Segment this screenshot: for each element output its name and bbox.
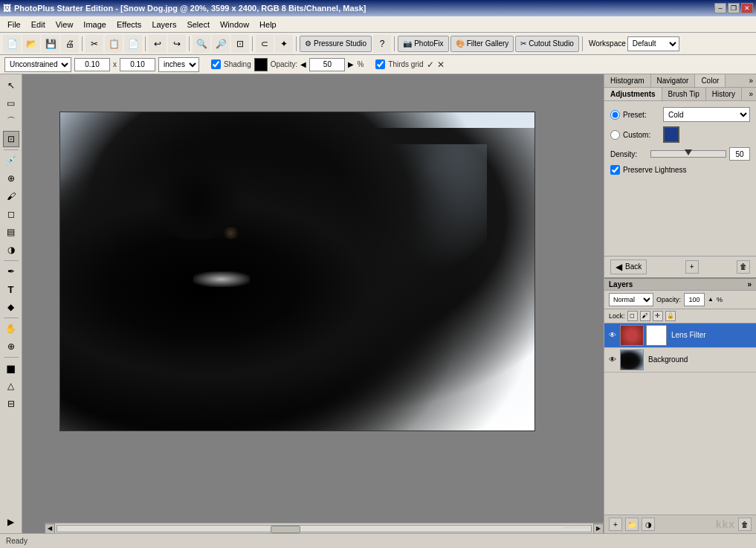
wand-button[interactable]: ✦ [275, 35, 293, 53]
tool-screen-mode[interactable]: ⊟ [3, 396, 19, 412]
zoom-out-button[interactable]: 🔎 [212, 35, 230, 53]
scroll-thumb-h[interactable] [271, 526, 300, 533]
help-plugin-button[interactable]: ? [373, 35, 391, 53]
tab-brush-tip[interactable]: Brush Tip [662, 88, 706, 100]
tool-shape[interactable]: ◆ [3, 299, 19, 315]
adj-panel-expand[interactable]: » [746, 88, 756, 100]
grid-ok-icon[interactable]: ✓ [427, 59, 434, 70]
top-panel-expand[interactable]: » [746, 75, 756, 86]
zoom-fit-button[interactable]: ⊡ [231, 35, 249, 53]
tab-history[interactable]: History [706, 88, 742, 100]
tool-select-lasso[interactable]: ⌒ [3, 113, 19, 129]
paste-button[interactable]: 📄 [124, 35, 142, 53]
tool-select-rect[interactable]: ▭ [3, 95, 19, 112]
layer-eye-lens-filter[interactable]: 👁 [607, 330, 618, 341]
menu-window[interactable]: Window [216, 19, 253, 30]
scroll-left-btn[interactable]: ◀ [45, 523, 55, 534]
tool-move[interactable]: ↖ [3, 77, 19, 94]
layer-row-background[interactable]: 👁 Background [604, 348, 756, 373]
open-button[interactable]: 📂 [22, 35, 40, 53]
preserve-lightness-checkbox[interactable] [610, 165, 620, 175]
tool-zoom[interactable]: ⊕ [3, 338, 19, 355]
tool-brush[interactable]: 🖌 [3, 188, 19, 204]
layers-expand[interactable]: » [747, 280, 752, 288]
scrollbar-horizontal[interactable]: ◀ ▶ [45, 523, 604, 533]
grid-cancel-icon[interactable]: ✕ [437, 59, 445, 70]
tab-navigator[interactable]: Navigator [651, 74, 696, 87]
lock-pixels-btn[interactable]: 🖌 [640, 311, 650, 321]
zoom-in-button[interactable]: 🔍 [193, 35, 210, 53]
print-button[interactable]: 🖨 [61, 35, 79, 53]
menu-select[interactable]: Select [182, 19, 214, 30]
lasso-button[interactable]: ⊂ [256, 35, 274, 53]
preset-select[interactable]: Cold Warm Vivid Neutral [663, 107, 750, 122]
shading-color-swatch[interactable] [254, 58, 268, 71]
undo-button[interactable]: ↩ [149, 35, 167, 53]
close-button[interactable]: ✕ [741, 3, 753, 13]
density-slider[interactable] [650, 150, 726, 158]
tool-hand[interactable]: ✋ [3, 320, 19, 337]
menu-view[interactable]: View [51, 19, 78, 30]
tool-fg-bg[interactable]: ◼ [3, 360, 19, 376]
copy-button[interactable]: 📋 [105, 35, 123, 53]
lock-all-btn[interactable]: 🔒 [665, 311, 676, 321]
tool-crop[interactable]: ⊡ [3, 131, 19, 147]
layer-row-lens-filter[interactable]: 👁 Lens Filter [604, 323, 756, 348]
photofix-button[interactable]: 📷 PhotoFix [398, 36, 448, 52]
opacity-arrow-left[interactable]: ◀ [300, 60, 306, 68]
constraint-select[interactable]: Unconstrained [4, 57, 71, 72]
workspace-select[interactable]: Default [627, 36, 679, 51]
tool-eraser[interactable]: ◻ [3, 206, 19, 222]
adjust-layer-btn[interactable]: ◑ [642, 518, 655, 531]
custom-color-swatch[interactable] [663, 126, 679, 143]
new-layer-btn[interactable]: + [609, 518, 622, 531]
minimize-button[interactable]: – [714, 3, 726, 13]
grid-checkbox[interactable] [375, 59, 385, 69]
tool-dodge[interactable]: ◑ [3, 242, 19, 258]
tool-text[interactable]: T [3, 281, 19, 297]
redo-button[interactable]: ↪ [168, 35, 186, 53]
menu-image[interactable]: Image [79, 19, 111, 30]
new-group-btn[interactable]: 📁 [625, 518, 639, 531]
tab-color[interactable]: Color [695, 74, 726, 87]
opacity-step-up[interactable]: ▲ [708, 296, 714, 303]
lock-transparent-btn[interactable]: ◻ [627, 311, 638, 321]
restore-button[interactable]: ❐ [728, 3, 740, 13]
canvas-area[interactable]: ◀ ▶ www.kkx.net [22, 74, 604, 533]
tab-histogram[interactable]: Histogram [604, 74, 651, 87]
pressure-studio-button[interactable]: ⚙ Pressure Studio [300, 36, 372, 52]
shading-checkbox[interactable] [211, 59, 221, 69]
save-button[interactable]: 💾 [42, 35, 59, 53]
title-bar-buttons[interactable]: – ❐ ✕ [714, 3, 753, 13]
blend-mode-select[interactable]: Normal Multiply Screen Overlay [609, 293, 653, 306]
cut-button[interactable]: ✂ [85, 35, 103, 53]
width-input[interactable] [74, 58, 110, 71]
tool-eyedropper[interactable]: 💉 [3, 152, 19, 169]
opacity-arrow-right[interactable]: ▶ [348, 60, 354, 68]
menu-edit[interactable]: Edit [27, 19, 50, 30]
new-button[interactable]: 📄 [3, 35, 21, 53]
menu-layers[interactable]: Layers [147, 19, 181, 30]
menu-help[interactable]: Help [255, 19, 281, 30]
density-thumb[interactable] [685, 149, 692, 155]
lock-position-btn[interactable]: ✛ [653, 311, 663, 321]
menu-effects[interactable]: Effects [112, 19, 146, 30]
layers-opacity-input[interactable] [684, 293, 705, 306]
back-button[interactable]: ◀ Back [610, 260, 647, 274]
layer-eye-background[interactable]: 👁 [607, 355, 618, 365]
tool-healing[interactable]: ⊕ [3, 170, 19, 187]
delete-layer-btn[interactable]: 🗑 [738, 518, 752, 531]
tool-expand[interactable]: ▶ [3, 514, 19, 530]
add-layer-btn[interactable]: + [685, 260, 699, 274]
tool-pen[interactable]: ✒ [3, 263, 19, 280]
filter-gallery-button[interactable]: 🎨 Filter Gallery [450, 36, 514, 52]
menu-file[interactable]: File [3, 19, 25, 30]
opacity-input[interactable] [309, 58, 345, 71]
height-input[interactable] [120, 58, 155, 71]
tool-gradient[interactable]: ▤ [3, 224, 19, 240]
tool-quick-mask[interactable]: △ [3, 378, 19, 394]
preset-radio[interactable] [610, 110, 620, 120]
tab-adjustments[interactable]: Adjustments [604, 88, 662, 100]
custom-radio[interactable] [610, 130, 620, 140]
unit-select[interactable]: inches [158, 57, 199, 72]
